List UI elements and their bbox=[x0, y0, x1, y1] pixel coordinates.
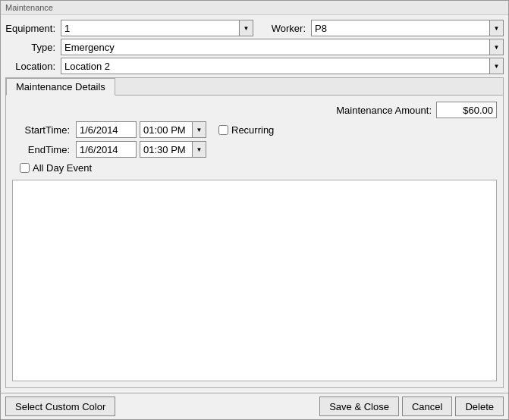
equipment-input[interactable] bbox=[61, 20, 240, 36]
tab-header: Maintenance Details bbox=[6, 78, 503, 96]
equipment-dropdown-btn[interactable]: ▼ bbox=[240, 20, 253, 36]
tab-body: Maintenance Amount: StartTime: ▼ bbox=[6, 96, 503, 387]
end-time-input[interactable] bbox=[140, 141, 193, 158]
start-time-dropdown-btn[interactable]: ▼ bbox=[193, 121, 206, 138]
starttime-control: StartTime: ▼ bbox=[20, 121, 206, 138]
window-body: Equipment: ▼ Worker: ▼ Type: ▼ Location: bbox=[1, 15, 508, 393]
allday-row: All Day Event bbox=[20, 162, 497, 174]
allday-label: All Day Event bbox=[33, 162, 92, 174]
starttime-row: StartTime: ▼ Recurring bbox=[12, 121, 497, 138]
select-custom-color-button[interactable]: Select Custom Color bbox=[5, 396, 115, 416]
recurring-row: Recurring bbox=[218, 124, 274, 136]
start-time-wrap: ▼ bbox=[140, 121, 206, 138]
end-time-dropdown-btn[interactable]: ▼ bbox=[193, 141, 206, 158]
recurring-label: Recurring bbox=[231, 124, 274, 136]
equipment-label: Equipment: bbox=[5, 23, 58, 34]
recurring-checkbox[interactable] bbox=[218, 125, 228, 135]
allday-checkbox[interactable] bbox=[20, 163, 30, 173]
worker-control: ▼ bbox=[311, 20, 504, 36]
tab-label: Maintenance Details bbox=[16, 81, 105, 92]
notes-area[interactable] bbox=[12, 180, 497, 381]
delete-button[interactable]: Delete bbox=[455, 396, 504, 416]
end-time-wrap: ▼ bbox=[140, 141, 206, 158]
end-date-input[interactable] bbox=[76, 141, 137, 158]
start-date-input[interactable] bbox=[76, 121, 137, 138]
equipment-control: ▼ bbox=[61, 20, 253, 36]
maintenance-window: Maintenance Equipment: ▼ Worker: ▼ Type:… bbox=[0, 0, 509, 420]
location-label: Location: bbox=[5, 61, 58, 72]
bottom-bar: Select Custom Color Save & Close Cancel … bbox=[1, 393, 508, 419]
endtime-label: EndTime: bbox=[20, 144, 73, 155]
worker-label: Worker: bbox=[256, 23, 309, 34]
maintenance-amount-input[interactable] bbox=[436, 102, 497, 118]
tab-container: Maintenance Details Maintenance Amount: … bbox=[5, 77, 504, 388]
window-title: Maintenance bbox=[1, 1, 508, 15]
location-dropdown-btn[interactable]: ▼ bbox=[490, 58, 504, 74]
type-control: ▼ bbox=[61, 39, 504, 55]
worker-input[interactable] bbox=[311, 20, 490, 36]
type-dropdown-btn[interactable]: ▼ bbox=[490, 39, 504, 55]
maintenance-amount-row: Maintenance Amount: bbox=[12, 102, 497, 118]
tab-maintenance-details[interactable]: Maintenance Details bbox=[6, 78, 115, 96]
notes-textarea[interactable] bbox=[13, 180, 496, 381]
save-close-button[interactable]: Save & Close bbox=[319, 396, 399, 416]
top-form: Equipment: ▼ Worker: ▼ Type: ▼ Location: bbox=[5, 20, 504, 74]
starttime-label: StartTime: bbox=[20, 124, 73, 136]
maintenance-amount-label: Maintenance Amount: bbox=[336, 105, 432, 116]
worker-dropdown-btn[interactable]: ▼ bbox=[490, 20, 504, 36]
endtime-row: EndTime: ▼ bbox=[20, 141, 497, 158]
type-input[interactable] bbox=[61, 39, 490, 55]
location-input[interactable] bbox=[61, 58, 490, 74]
start-time-input[interactable] bbox=[140, 121, 193, 138]
type-label: Type: bbox=[5, 42, 58, 53]
location-control: ▼ bbox=[61, 58, 504, 74]
cancel-button[interactable]: Cancel bbox=[402, 396, 452, 416]
